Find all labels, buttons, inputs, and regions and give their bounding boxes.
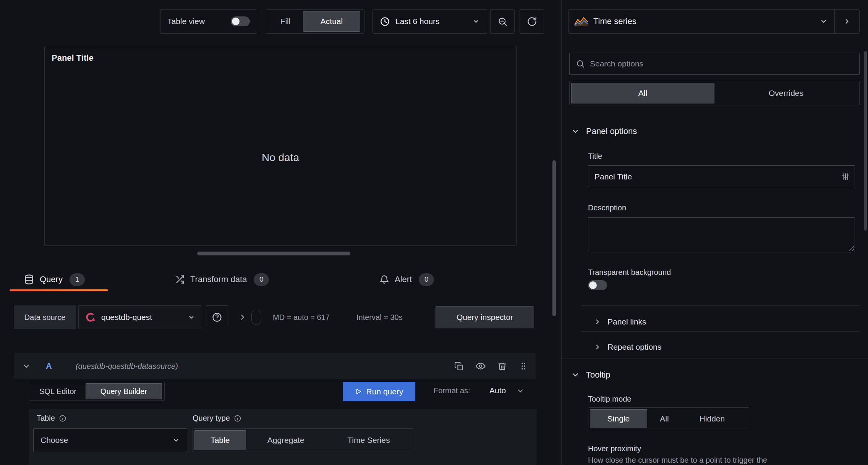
description-textarea[interactable] <box>588 218 855 252</box>
divider <box>581 331 860 332</box>
tooltip-header[interactable]: Tooltip <box>571 370 611 380</box>
tab-overrides[interactable]: Overrides <box>714 83 858 103</box>
tooltip-mode-group: Single All Hidden <box>588 407 749 430</box>
max-data-points-text: MD = auto = 617 <box>273 305 330 329</box>
query-builder-mode[interactable]: Query Builder <box>86 383 162 399</box>
tab-query[interactable]: Query 1 <box>24 269 85 290</box>
datasource-picker[interactable]: questdb-quest <box>78 305 201 329</box>
options-tabs: All Overrides <box>569 81 860 105</box>
collapse-caret-icon[interactable] <box>22 362 31 370</box>
search-icon <box>576 59 585 68</box>
chevron-down-icon <box>571 371 580 379</box>
info-circle-icon <box>234 415 241 422</box>
tooltip-mode-single[interactable]: Single <box>590 409 647 428</box>
run-query-button[interactable]: Run query <box>343 382 415 401</box>
chevron-down-icon[interactable] <box>517 387 524 395</box>
query-type-aggregate[interactable]: Aggregate <box>246 430 326 450</box>
transform-count-badge: 0 <box>254 273 269 286</box>
query-options-expand-button[interactable] <box>238 305 247 329</box>
section-divider <box>562 358 868 359</box>
time-range-picker[interactable]: Last 6 hours <box>372 9 487 34</box>
query-row-actions <box>454 361 528 371</box>
panel-title[interactable]: Panel Title <box>52 53 94 63</box>
panel-preview: Panel Title No data <box>44 46 517 246</box>
horizontal-scrollbar[interactable] <box>197 252 350 255</box>
info-circle-icon <box>59 415 66 422</box>
repeat-options-section[interactable]: Repeat options <box>594 338 661 356</box>
duplicate-query-icon[interactable] <box>454 362 464 371</box>
panel-title-input-wrap <box>588 165 855 188</box>
chevron-down-icon <box>820 18 828 25</box>
tab-all[interactable]: All <box>571 83 714 103</box>
actual-option[interactable]: Actual <box>303 11 360 32</box>
chevron-right-icon <box>843 18 851 25</box>
timeseries-viz-icon <box>574 16 588 26</box>
search-options-box[interactable] <box>569 53 860 75</box>
chevron-down-icon <box>172 436 180 444</box>
drag-handle-icon[interactable] <box>519 362 528 371</box>
repeat-options-label: Repeat options <box>607 342 661 352</box>
query-type-label: Query type <box>193 414 230 423</box>
main-vertical-scrollbar[interactable] <box>552 160 556 316</box>
panel-title-input[interactable] <box>588 166 855 188</box>
chevron-right-icon <box>594 318 601 326</box>
table-view-control[interactable]: Table view <box>160 9 257 34</box>
datasource-label: Data source <box>14 305 76 329</box>
query-inspector-button[interactable]: Query inspector <box>436 306 534 328</box>
query-row-header[interactable]: A (questdb-questdb-datasource) <box>14 353 536 379</box>
chevron-down-icon <box>472 18 480 25</box>
tooltip-mode-all[interactable]: All <box>647 409 682 428</box>
sql-editor-mode[interactable]: SQL Editor <box>30 383 86 399</box>
tab-transform-label: Transform data <box>190 274 247 284</box>
query-ref-id[interactable]: A <box>46 361 52 371</box>
delete-query-icon[interactable] <box>497 362 507 371</box>
active-tab-underline <box>10 289 108 291</box>
hide-query-icon[interactable] <box>476 361 486 371</box>
table-view-toggle[interactable] <box>231 16 250 26</box>
grafana-panel-editor: Table view Fill Actual Last 6 hours Pane… <box>0 0 868 465</box>
tooltip-mode-label: Tooltip mode <box>588 395 631 404</box>
hover-proximity-help: How close the cursor must be to a point … <box>588 455 858 465</box>
datasource-help-button[interactable] <box>206 305 228 329</box>
sliders-icon <box>841 172 850 181</box>
panel-links-section[interactable]: Panel links <box>594 313 646 331</box>
description-textarea-wrap <box>588 217 855 252</box>
visualization-picker[interactable]: Time series <box>568 9 860 34</box>
time-range-label: Last 6 hours <box>395 17 440 26</box>
query-options-pill <box>251 310 261 325</box>
table-field-label-row: Table <box>37 414 66 423</box>
tab-alert[interactable]: Alert 0 <box>379 269 434 290</box>
tab-transform-data[interactable]: Transform data 0 <box>175 269 269 290</box>
play-icon <box>355 388 362 395</box>
sidebar-scrollbar[interactable] <box>864 51 867 231</box>
search-options-input[interactable] <box>590 59 853 68</box>
run-query-label: Run query <box>366 387 403 396</box>
no-data-text: No data <box>45 152 516 164</box>
collapse-pane-button[interactable] <box>835 10 859 33</box>
table-select[interactable]: Choose <box>33 428 187 452</box>
panel-options-header[interactable]: Panel options <box>571 126 637 136</box>
query-count-badge: 1 <box>70 273 85 286</box>
clock-icon <box>380 16 390 27</box>
datasource-name: questdb-quest <box>101 313 183 322</box>
query-type-group: Table Aggregate Time Series <box>193 428 413 452</box>
tooltip-mode-hidden[interactable]: Hidden <box>682 409 743 428</box>
chevron-down-icon <box>188 314 195 321</box>
question-circle-icon <box>212 312 222 323</box>
transparent-background-toggle[interactable] <box>588 280 607 290</box>
tab-alert-label: Alert <box>395 274 412 284</box>
fill-actual-group: Fill Actual <box>266 9 364 34</box>
description-field-label: Description <box>588 203 626 212</box>
visualization-name: Time series <box>593 16 820 26</box>
title-field-label: Title <box>588 152 602 161</box>
zoom-out-button[interactable] <box>490 9 515 34</box>
refresh-button[interactable] <box>520 9 544 34</box>
format-as-value[interactable]: Auto <box>489 386 506 395</box>
query-type-table[interactable]: Table <box>194 430 246 450</box>
table-select-value: Choose <box>40 436 68 445</box>
transparent-background-label: Transparent background <box>588 268 671 277</box>
query-type-timeseries[interactable]: Time Series <box>326 430 411 450</box>
chevron-right-icon <box>594 343 601 351</box>
fill-option[interactable]: Fill <box>268 11 303 32</box>
editor-mode-group: SQL Editor Query Builder <box>29 382 165 401</box>
